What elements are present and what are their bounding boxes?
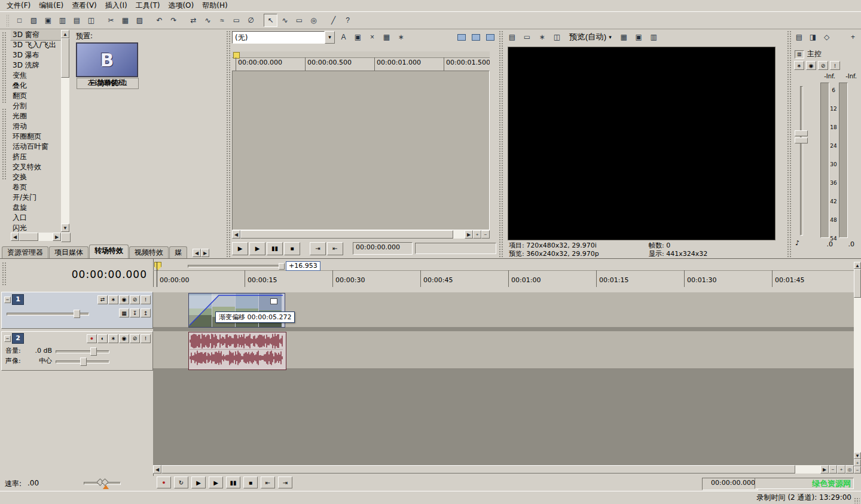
transition-item[interactable]: 变焦 (11, 71, 61, 81)
project-properties-button[interactable]: ▤ (70, 14, 84, 27)
scroll-left-icon[interactable]: ◀ (232, 230, 240, 239)
save-project-button[interactable]: ▣ (41, 14, 55, 27)
menu-item[interactable]: 选项(O) (164, 0, 198, 11)
go-to-end-button[interactable]: ⇥ (278, 476, 292, 488)
transition-item[interactable]: 光圈 (11, 111, 61, 121)
snapping-toggle-button[interactable]: ⇄ (187, 14, 200, 27)
scroll-track[interactable] (38, 233, 53, 241)
dock-tab[interactable]: 转场特效 (89, 245, 129, 258)
zoom-edit-tool-button[interactable]: ◎ (307, 14, 320, 27)
split-screen-view-button[interactable]: ◫ (550, 30, 564, 44)
trim-play-from-start-button[interactable]: ▶ (232, 242, 248, 255)
solo-button[interactable]: ! (141, 295, 151, 304)
scroll-track[interactable] (854, 298, 861, 452)
mute-button[interactable]: ⊘ (130, 295, 140, 304)
selection-edit-tool-button[interactable]: ▭ (292, 14, 306, 27)
show-video-view-button[interactable] (454, 30, 468, 44)
paste-button[interactable]: ▨ (133, 14, 146, 27)
timeline-hscrollbar[interactable]: ◀ ▶ − + ◎ (153, 465, 854, 474)
empty-track-area[interactable] (153, 368, 854, 465)
dropdown-icon[interactable]: ▾ (325, 31, 335, 44)
zoom-tool-icon[interactable]: ◎ (845, 465, 854, 474)
render-as-button[interactable]: ▥ (56, 14, 69, 27)
scroll-down-icon[interactable]: ▼ (61, 224, 69, 232)
project-video-properties-button[interactable]: ▤ (505, 30, 519, 44)
trimmer-hscrollbar[interactable]: ◀ ▶ + − (232, 230, 490, 239)
new-project-button[interactable]: □ (13, 14, 26, 27)
旋转[interactable]: B 旋转 (77, 43, 139, 88)
track-fx-button[interactable]: ∗ (108, 295, 118, 304)
mute-button[interactable]: ⊘ (130, 334, 140, 343)
mixer-properties-button[interactable]: ▤ (793, 30, 805, 44)
pause-button[interactable]: ▮▮ (226, 476, 240, 488)
save-snapshot-button[interactable]: ▥ (647, 30, 661, 44)
transition-item[interactable]: 3D 飞入/飞出 (11, 40, 61, 50)
make-compositing-child-button[interactable]: ↧ (130, 308, 140, 317)
solo-button[interactable]: ! (830, 61, 840, 70)
zoom-out-icon[interactable]: − (829, 465, 837, 474)
track-fx-button[interactable]: ∗ (108, 334, 118, 343)
audio-only-button[interactable]: A (337, 30, 350, 44)
volume-slider[interactable] (56, 347, 109, 355)
video-output-fx-button[interactable]: ∗ (535, 30, 549, 44)
trim-play-button[interactable]: ▶ (249, 242, 265, 255)
scroll-thumb[interactable] (61, 38, 69, 78)
master-fader-left-thumb[interactable] (795, 130, 808, 136)
timeline-time-display[interactable]: 00:00:00.000 (72, 268, 147, 280)
dock-tab[interactable]: 视频特效 (129, 246, 169, 258)
add-media-from-cursor-button[interactable]: ⇥ (310, 242, 326, 255)
video-only-button[interactable]: ▣ (351, 30, 365, 44)
menu-item[interactable]: 文件(F) (2, 0, 35, 11)
transition-item[interactable]: 卷页 (11, 182, 61, 193)
master-fx-button[interactable]: ∗ (794, 61, 804, 70)
insert-bus-button[interactable]: + (847, 30, 859, 44)
drag-handle[interactable] (279, 263, 285, 270)
transition-item[interactable]: 开/关门 (11, 193, 61, 203)
preview-quality-select[interactable]: 预览(自动) ▾ (566, 31, 615, 44)
track-motion-button[interactable]: ⇄ (97, 295, 108, 304)
menu-item[interactable]: 查看(V) (68, 0, 101, 11)
grid-overlay-button[interactable]: ▦ (617, 30, 631, 44)
close-media-button[interactable]: × (365, 30, 379, 44)
rate-value[interactable]: .00 (28, 479, 39, 487)
zoom-out-icon[interactable]: − (854, 466, 861, 474)
master-fader-right-thumb[interactable] (795, 138, 808, 143)
track-level-slider[interactable] (7, 309, 89, 317)
cursor-marker-icon[interactable] (154, 262, 161, 270)
arm-for-record-button[interactable]: ● (87, 334, 97, 343)
trim-pause-button[interactable]: ▮▮ (267, 242, 283, 255)
preview-grip[interactable] (498, 30, 503, 257)
whats-this-button[interactable]: ? (341, 14, 355, 27)
transition-item[interactable]: 3D 瀑布 (11, 50, 61, 60)
dock-tab[interactable]: 资源管理器 (2, 246, 48, 258)
scroll-up-icon[interactable]: ▲ (854, 262, 861, 269)
transition-item[interactable]: 闪光 (11, 223, 61, 232)
save-markers-button[interactable]: ▦ (380, 30, 393, 44)
automation-settings-button[interactable]: ◉ (119, 334, 129, 343)
volume-value[interactable]: .0 dB (27, 347, 56, 355)
scroll-track[interactable] (453, 230, 465, 239)
scroll-right-icon[interactable]: ▶ (53, 233, 61, 241)
pan-slider[interactable] (56, 357, 109, 365)
automation-button[interactable]: ◉ (806, 61, 816, 70)
open-in-trimmer-button[interactable]: ◫ (84, 14, 98, 27)
pan-value[interactable]: 中心 (27, 356, 56, 365)
transition-item[interactable]: 挤压 (11, 152, 61, 162)
tab-scroll-left-icon[interactable]: ◀ (193, 249, 201, 257)
transition-item[interactable]: 滑动 (11, 121, 61, 132)
scroll-thum b[interactable] (854, 269, 861, 298)
lock-envelopes-button[interactable]: ▭ (230, 14, 243, 27)
transition-item[interactable]: 活动百叶窗 (11, 142, 61, 152)
mixer-grip[interactable] (786, 30, 791, 257)
trimmer-work-area[interactable] (232, 71, 490, 230)
zoom-in-icon[interactable]: + (854, 459, 861, 466)
loop-playback-button[interactable]: ↻ (174, 476, 188, 488)
toolbar-grip[interactable] (6, 14, 10, 26)
dock-grip[interactable] (1, 31, 6, 103)
dim-output-button[interactable]: ◇ (820, 30, 833, 44)
downmix-output-button[interactable]: ◨ (807, 30, 819, 44)
scroll-thumb[interactable] (161, 465, 795, 474)
play-from-start-button[interactable]: ▶ (191, 476, 206, 488)
trimmer-time-display[interactable]: 00:00:00.000 (353, 242, 413, 255)
copy-button[interactable]: ▦ (118, 14, 132, 27)
